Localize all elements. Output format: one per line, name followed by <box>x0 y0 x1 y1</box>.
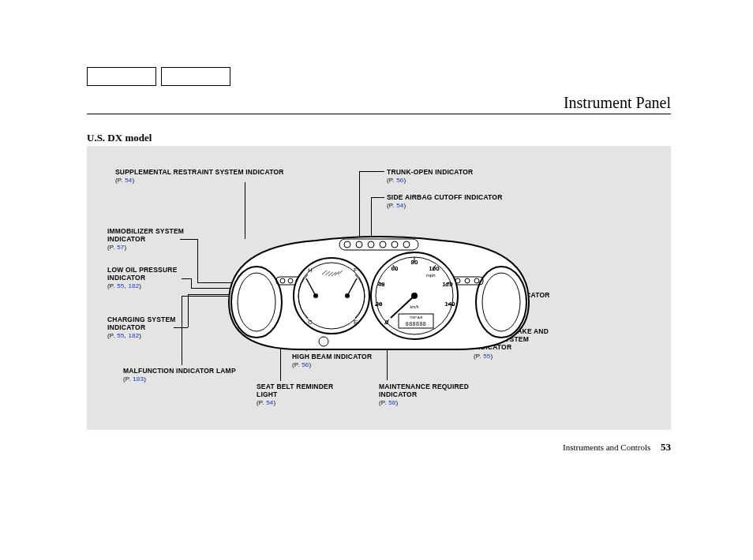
odo-label: TRIP A/B <box>410 315 423 319</box>
km-unit: km/h <box>410 304 419 309</box>
callout-pages: (P. 183) <box>123 375 146 383</box>
temp-hot: H <box>308 267 313 274</box>
tab-placeholder-1 <box>87 67 156 86</box>
callout-pages: (P. 54) <box>387 202 406 209</box>
callout-label: LOW OIL PRESSURE INDICATOR <box>107 266 178 282</box>
page-link[interactable]: 57 <box>117 244 124 251</box>
page-link[interactable]: 56 <box>302 361 309 368</box>
page-link[interactable]: 183 <box>133 375 144 383</box>
callout-srs: SUPPLEMENTAL RESTRAINT SYSTEM INDICATOR … <box>115 168 305 185</box>
speed-unit: mph <box>426 273 436 278</box>
page-link[interactable]: 54 <box>266 399 273 406</box>
page-link[interactable]: 58 <box>388 399 395 406</box>
odo-value: 888888 <box>406 321 426 327</box>
svg-text:120: 120 <box>442 281 453 288</box>
callout-label: IMMOBILIZER SYSTEM INDICATOR <box>107 227 184 243</box>
callout-pages: (P. 55, 182) <box>107 332 141 339</box>
page-number: 53 <box>661 441 671 453</box>
callout-label: CHARGING SYSTEM INDICATOR <box>107 315 176 331</box>
footer-section: Instruments and Controls <box>563 442 650 452</box>
callout-label: TRUNK-OPEN INDICATOR <box>387 168 473 176</box>
callout-label: SIDE AIRBAG CUTOFF INDICATOR <box>387 193 502 201</box>
manual-page: Instrument Panel U.S. DX model SUPPLEMEN… <box>87 67 671 454</box>
page-link[interactable]: 55 <box>117 282 124 289</box>
callout-pages: (P. 54) <box>257 399 275 406</box>
callout-label: MAINTENANCE REQUIRED INDICATOR <box>379 383 469 398</box>
callout-sideairbag: SIDE AIRBAG CUTOFF INDICATOR (P. 54) <box>387 193 545 210</box>
instrument-panel-diagram: SUPPLEMENTAL RESTRAINT SYSTEM INDICATOR … <box>87 146 671 430</box>
svg-point-19 <box>294 258 369 334</box>
fuel-empty: E <box>354 319 358 326</box>
callout-pages: (P. 56) <box>387 177 406 184</box>
gauge-cluster-illustration: H C F E <box>221 231 537 357</box>
page-link[interactable]: 54 <box>396 202 403 209</box>
page-subtitle: U.S. DX model <box>87 132 671 144</box>
page-link[interactable]: 56 <box>396 177 403 184</box>
fuel-full: F <box>354 267 358 274</box>
callout-pages: (P. 54) <box>115 177 134 184</box>
callout-trunk: TRUNK-OPEN INDICATOR (P. 56) <box>387 168 513 185</box>
callout-label: MALFUNCTION INDICATOR LAMP <box>123 367 236 375</box>
callout-label: SUPPLEMENTAL RESTRAINT SYSTEM INDICATOR <box>115 168 284 176</box>
callout-pages: (P. 57) <box>107 244 126 251</box>
page-link[interactable]: 54 <box>125 177 132 184</box>
callout-pages: (P. 56) <box>292 361 311 368</box>
tab-placeholder-2 <box>161 67 230 86</box>
callout-pages: (P. 58) <box>379 399 398 406</box>
callout-maint: MAINTENANCE REQUIRED INDICATOR (P. 58) <box>379 383 489 407</box>
callout-label: SEAT BELT REMINDER LIGHT <box>257 383 333 398</box>
callout-pages: (P. 55, 182) <box>107 282 141 289</box>
callout-seatbelt: SEAT BELT REMINDER LIGHT (P. 54) <box>257 383 335 407</box>
page-footer: Instruments and Controls 53 <box>87 441 671 454</box>
page-title: Instrument Panel <box>87 94 671 114</box>
page-link[interactable]: 182 <box>128 282 139 289</box>
page-link[interactable]: 182 <box>128 332 139 339</box>
temp-cold: C <box>308 319 313 326</box>
header-tabs <box>87 67 671 86</box>
svg-text:100: 100 <box>429 265 440 272</box>
callout-mil: MALFUNCTION INDICATOR LAMP (P. 183) <box>123 367 257 383</box>
page-link[interactable]: 55 <box>117 332 124 339</box>
